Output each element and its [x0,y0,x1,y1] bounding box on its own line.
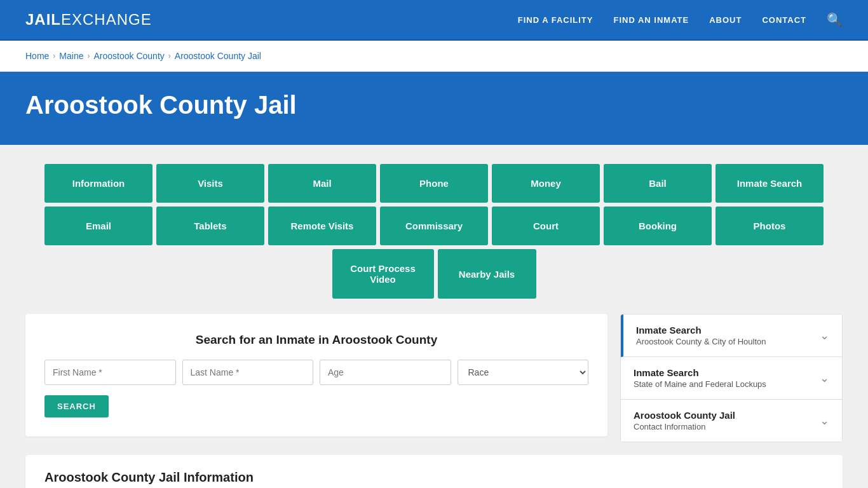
btn-nearby-jails[interactable]: Nearby Jails [438,249,536,299]
search-icon-button[interactable]: 🔍 [827,12,843,27]
page-title: Aroostook County Jail [25,91,843,119]
btn-court[interactable]: Court [492,207,600,245]
main-content: Information Visits Mail Phone Money Bail… [0,145,868,488]
breadcrumb-sep-3: › [168,51,171,60]
sidebar-item-1-subtitle: Aroostook County & City of Houlton [636,337,766,346]
nav-find-facility[interactable]: FIND A FACILITY [518,15,593,25]
site-logo[interactable]: JAILEXCHANGE [25,11,152,29]
sidebar-item-1-text: Inmate Search Aroostook County & City of… [636,325,766,346]
breadcrumb-maine[interactable]: Maine [59,51,83,61]
inmate-search-box: Search for an Inmate in Aroostook County… [25,314,607,437]
sidebar-item-3-text: Aroostook County Jail Contact Informatio… [634,410,735,431]
grid-row-2: Email Tablets Remote Visits Commissary C… [25,207,843,245]
btn-information[interactable]: Information [44,164,153,203]
btn-email[interactable]: Email [44,207,153,245]
hero-section: Aroostook County Jail [0,72,868,145]
sidebar-item-3-subtitle: Contact Information [634,422,735,431]
chevron-down-icon-2: ⌄ [820,371,829,385]
logo-jail: JAIL [25,11,61,28]
search-fields-row: Race White Black Hispanic Asian Other [44,360,588,385]
sidebar-item-1[interactable]: Inmate Search Aroostook County & City of… [621,315,842,357]
sidebar-item-2-title: Inmate Search [634,367,766,378]
age-input[interactable] [320,360,451,385]
bottom-info-title: Aroostook County Jail Information [44,470,824,485]
breadcrumb-county[interactable]: Aroostook County [94,51,165,61]
sidebar-item-3-title: Aroostook County Jail [634,410,735,421]
sidebar-panel: Inmate Search Aroostook County & City of… [620,314,843,442]
first-name-input[interactable] [44,360,176,385]
logo-exchange: EXCHANGE [61,11,152,28]
category-button-grid: Information Visits Mail Phone Money Bail… [25,164,843,299]
nav-about[interactable]: ABOUT [709,15,742,25]
btn-money[interactable]: Money [492,164,600,203]
breadcrumb-current[interactable]: Aroostook County Jail [175,51,261,61]
sidebar-item-3[interactable]: Aroostook County Jail Contact Informatio… [621,400,842,442]
btn-bail[interactable]: Bail [604,164,712,203]
sidebar-item-2[interactable]: Inmate Search State of Maine and Federal… [621,357,842,400]
btn-photos[interactable]: Photos [715,207,824,245]
btn-booking[interactable]: Booking [604,207,712,245]
breadcrumb-home[interactable]: Home [25,51,49,61]
btn-inmate-search[interactable]: Inmate Search [715,164,824,203]
breadcrumb: Home › Maine › Aroostook County › Aroost… [0,41,868,72]
sidebar-item-1-title: Inmate Search [636,325,766,336]
btn-tablets[interactable]: Tablets [156,207,264,245]
navbar: JAILEXCHANGE FIND A FACILITY FIND AN INM… [0,0,868,41]
bottom-info-section: Aroostook County Jail Information [25,455,843,488]
btn-visits[interactable]: Visits [156,164,264,203]
btn-phone[interactable]: Phone [380,164,488,203]
search-button[interactable]: SEARCH [44,395,109,417]
grid-row-3: Court Process Video Nearby Jails [25,249,843,299]
btn-remote-visits[interactable]: Remote Visits [268,207,376,245]
btn-mail[interactable]: Mail [268,164,376,203]
sidebar-item-2-subtitle: State of Maine and Federal Lockups [634,379,766,389]
breadcrumb-sep-2: › [88,51,90,60]
chevron-down-icon-1: ⌄ [820,329,829,342]
nav-contact[interactable]: CONTACT [762,15,806,25]
breadcrumb-sep-1: › [53,51,55,60]
btn-commissary[interactable]: Commissary [380,207,488,245]
lower-section: Search for an Inmate in Aroostook County… [25,314,843,442]
search-title: Search for an Inmate in Aroostook County [44,333,588,347]
btn-court-process-video[interactable]: Court Process Video [332,249,434,299]
race-select[interactable]: Race White Black Hispanic Asian Other [458,360,589,385]
grid-row-1: Information Visits Mail Phone Money Bail… [25,164,843,203]
nav-links: FIND A FACILITY FIND AN INMATE ABOUT CON… [518,12,843,27]
nav-find-inmate[interactable]: FIND AN INMATE [613,15,689,25]
sidebar-item-2-text: Inmate Search State of Maine and Federal… [634,367,766,389]
last-name-input[interactable] [182,360,314,385]
chevron-down-icon-3: ⌄ [820,414,829,428]
